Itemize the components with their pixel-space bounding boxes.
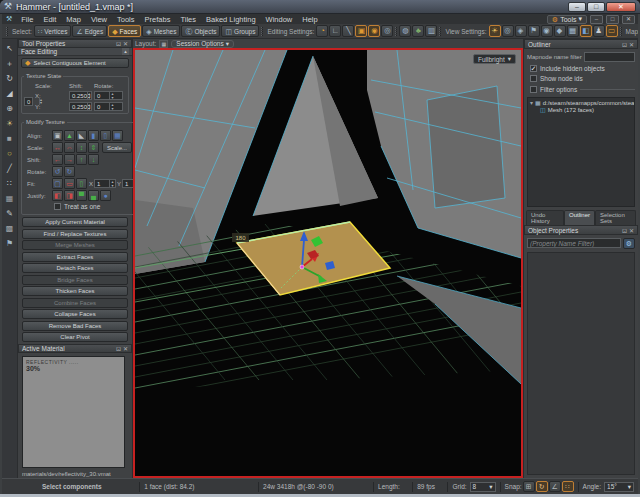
justify-center-icon[interactable]: ●	[100, 190, 111, 201]
menu-item[interactable]: Edit	[38, 15, 61, 24]
outliner-tab[interactable]: Selection Sets	[595, 210, 636, 225]
paint-tool-icon[interactable]: ✎	[3, 206, 17, 220]
session-options-button[interactable]: Session Options ▾	[171, 40, 234, 48]
snap-vertex-icon[interactable]: ∷	[562, 481, 574, 492]
titlebar[interactable]: ⚒ Hammer - [untitled_1.vmap *] – □ ✕	[0, 0, 640, 14]
dock-float-icon[interactable]: ⊡	[116, 345, 121, 352]
select-mode-button[interactable]: ◆ Faces	[108, 25, 141, 37]
show-node-ids-checkbox[interactable]: ✓	[530, 75, 537, 82]
shift-left-icon[interactable]: ←	[52, 154, 63, 165]
select-contiguous-button[interactable]: ◆ Select Contiguous Element	[21, 58, 129, 68]
fit-y-icon[interactable]: ▯	[76, 178, 87, 189]
foliage-icon[interactable]: ♣	[412, 25, 424, 37]
scale-dialog-button[interactable]: Scale...	[102, 142, 132, 153]
dock-close-icon[interactable]: ✕	[123, 345, 128, 352]
tools-dropdown-button[interactable]: ⚙ Tools ▾	[547, 15, 587, 24]
tool-properties-header[interactable]: Tool Properties ⊡ ✕	[18, 39, 132, 48]
align-face-icon[interactable]: ▲	[64, 130, 75, 141]
x-shift-spinner[interactable]: 0 ▴▾	[94, 91, 123, 100]
menu-item[interactable]: Map	[61, 15, 86, 24]
property-name-filter-input[interactable]	[527, 238, 621, 248]
justify-top-icon[interactable]: ▀	[76, 190, 87, 201]
outliner-header[interactable]: Outliner ⊡ ✕	[524, 39, 638, 49]
face-action-button[interactable]: Bridge Faces	[22, 275, 128, 285]
shift-up-icon[interactable]: ↑	[76, 154, 87, 165]
monitor-icon[interactable]: ▭	[606, 25, 618, 37]
treat-as-one-checkbox[interactable]: ✓	[54, 203, 61, 210]
face-action-button[interactable]: Thicken Faces	[22, 286, 128, 296]
close-button[interactable]: ✕	[606, 2, 636, 12]
dock-float-icon[interactable]: ⊡	[622, 41, 627, 48]
snap-angle-icon[interactable]: ∠	[549, 481, 561, 492]
filter-options-checkbox[interactable]: ✓	[530, 86, 537, 93]
spin-down-icon[interactable]: ▾	[88, 96, 91, 100]
show-shield-icon[interactable]: ◆	[554, 25, 566, 37]
select-mode-button[interactable]: ∷ Vertices	[34, 25, 72, 37]
face-action-button[interactable]: Merge Meshes	[22, 240, 128, 250]
spin-down-icon[interactable]: ▾	[110, 107, 115, 111]
select-mode-button[interactable]: ◫ Groups	[221, 25, 259, 37]
minimize-button[interactable]: –	[568, 2, 586, 12]
face-action-button[interactable]: Clear Pivot	[22, 332, 128, 342]
physics-world-icon[interactable]: ◍	[399, 25, 411, 37]
scale-tool-icon[interactable]: ◢	[3, 86, 17, 100]
tile-tool-icon[interactable]: ▩	[3, 221, 17, 235]
displacement-icon[interactable]: ◎	[381, 25, 393, 37]
gamepad-icon[interactable]: ▥	[425, 25, 437, 37]
y-scale-spinner[interactable]: 0.2500 ▴▾	[69, 102, 92, 111]
uv-lock-icon[interactable]: ◉	[368, 25, 380, 37]
shift-right-icon[interactable]: →	[64, 154, 75, 165]
shift-down-icon[interactable]: ↓	[88, 154, 99, 165]
spin-down-icon[interactable]: ▾	[110, 184, 115, 188]
spin-down-icon[interactable]: ▾	[110, 96, 115, 100]
snap-rotation-icon[interactable]: ↻	[536, 481, 548, 492]
align-world-icon[interactable]: ▣	[52, 130, 63, 141]
include-hidden-checkbox[interactable]: ✓	[530, 65, 537, 72]
work-clock-icon[interactable]: ◔	[316, 25, 328, 37]
mdi-restore-button[interactable]: □	[606, 15, 619, 24]
face-action-button[interactable]: Extract Faces	[22, 252, 128, 262]
outliner-tab[interactable]: Undo History	[526, 210, 564, 225]
select-mode-button[interactable]: ∠ Edges	[72, 25, 107, 37]
y-shift-spinner[interactable]: 0 ▴▾	[94, 102, 123, 111]
entity-tool-icon[interactable]: ⚑	[3, 236, 17, 250]
rotate-cw-icon[interactable]: ↻	[64, 166, 75, 177]
viewport-3d[interactable]: 180	[133, 48, 523, 478]
show-flags-icon[interactable]: ⚑	[528, 25, 540, 37]
menu-item[interactable]: Help	[297, 15, 322, 24]
rotate-spinner[interactable]: 0 ▴▾	[24, 97, 33, 106]
tree-mesh-row[interactable]: ◫ Mesh (172 faces)	[530, 107, 632, 113]
selection-loop-tool-icon[interactable]: ○	[3, 146, 17, 160]
face-action-button[interactable]: Find / Replace Textures	[22, 229, 128, 239]
rotate-ccw-icon[interactable]: ↺	[52, 166, 63, 177]
lamp-tool-icon[interactable]: ☀	[3, 116, 17, 130]
menu-item[interactable]: Baked Lighting	[201, 15, 261, 24]
fullbright-dropdown[interactable]: Fullbright ▾	[473, 54, 516, 64]
object-properties-header[interactable]: Object Properties ⊡ ✕	[524, 225, 638, 235]
dock-close-icon[interactable]: ✕	[123, 40, 128, 47]
active-material-header[interactable]: Active Material ⊡ ✕	[18, 344, 132, 353]
player-run-icon[interactable]: ♟	[593, 25, 605, 37]
angle-dropdown[interactable]: 15°▾	[604, 482, 634, 492]
move-tool-icon[interactable]: ＋	[3, 56, 17, 70]
select-mode-button[interactable]: ◈ Meshes	[142, 25, 180, 37]
outliner-tree[interactable]: ▾ ▦ d:/steam/steamapps/common/steamvr/to…	[527, 97, 635, 207]
outliner-tab[interactable]: Outliner	[564, 210, 595, 225]
face-action-button[interactable]: Detach Faces	[22, 263, 128, 273]
align-left-edge-icon[interactable]: ▮	[88, 130, 99, 141]
fullbright-lightbulb-icon[interactable]: ☀	[489, 25, 501, 37]
grid-corner-icon[interactable]: ∟	[329, 25, 341, 37]
menu-item[interactable]: Window	[261, 15, 298, 24]
select-tool-icon[interactable]: ↖	[3, 41, 17, 55]
block-tool-icon[interactable]: ■	[3, 131, 17, 145]
gizmo-center[interactable]	[300, 265, 304, 269]
scale-x-up-icon[interactable]: ⇔	[64, 142, 75, 153]
tree-expand-icon[interactable]: ▾	[530, 100, 533, 106]
face-action-button[interactable]: Collapse Faces	[22, 309, 128, 319]
show-tools-cube-icon[interactable]: ◧	[580, 25, 592, 37]
grid-size-dropdown[interactable]: 8▾	[470, 482, 496, 492]
dock-close-icon[interactable]: ✕	[629, 41, 634, 48]
tree-root-row[interactable]: ▾ ▦ d:/steam/steamapps/common/steamvr/to…	[530, 100, 632, 106]
fit-x-icon[interactable]: ▭	[64, 178, 75, 189]
align-view-icon[interactable]: ◣	[76, 130, 87, 141]
